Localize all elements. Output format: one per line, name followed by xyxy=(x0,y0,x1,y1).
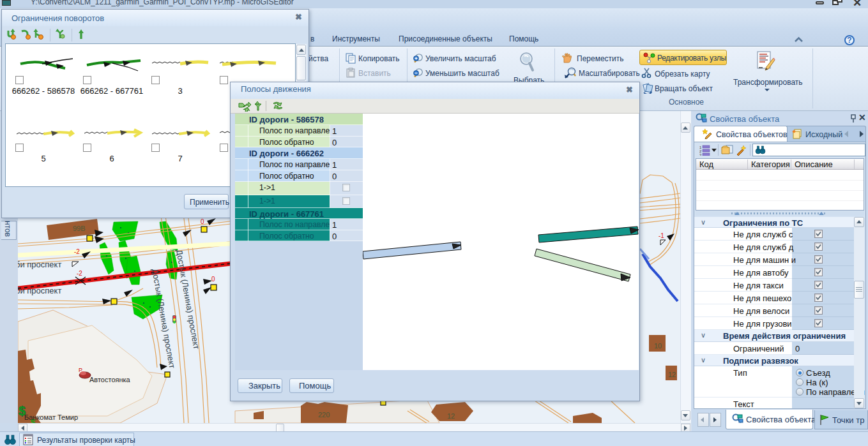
svg-text:Автостоянка: Автостоянка xyxy=(89,376,131,383)
svg-text:Банкомат Темир: Банкомат Темир xyxy=(24,413,78,421)
svg-text:би проспект: би проспект xyxy=(18,260,61,269)
svg-text:Достык (Ленина) проспект: Достык (Ленина) проспект xyxy=(174,249,201,350)
svg-text:0: 0 xyxy=(211,276,215,283)
svg-text:99В: 99В xyxy=(73,225,86,232)
svg-text:0: 0 xyxy=(201,218,204,225)
svg-text:220: 220 xyxy=(318,411,330,419)
svg-text:-2: -2 xyxy=(74,248,80,255)
svg-text:10: 10 xyxy=(654,342,662,350)
svg-text:P: P xyxy=(79,367,82,373)
svg-text:-1: -1 xyxy=(659,232,664,239)
svg-text:3: 3 xyxy=(699,153,702,156)
svg-text:-2: -2 xyxy=(77,270,82,277)
svg-text:12: 12 xyxy=(668,371,676,378)
svg-text:12: 12 xyxy=(447,412,455,420)
svg-text:би проспект: би проспект xyxy=(18,286,61,295)
